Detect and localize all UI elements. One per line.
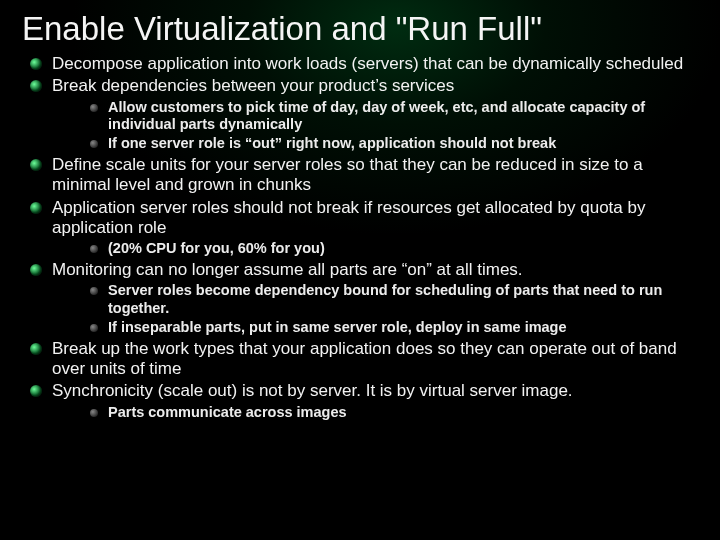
slide-title: Enable Virtualization and "Run Full": [22, 10, 698, 48]
sub-bullet-item: If one server role is “out” right now, a…: [90, 135, 698, 153]
sub-bullet-item: Allow customers to pick time of day, day…: [90, 99, 698, 134]
sub-bullet-item: Server roles become dependency bound for…: [90, 282, 698, 317]
bullet-item: Monitoring can no longer assume all part…: [30, 260, 698, 336]
bullet-text: Application server roles should not brea…: [52, 198, 645, 237]
bullet-text: Break dependencies between your product’…: [52, 76, 454, 95]
sub-bullet-list: Allow customers to pick time of day, day…: [52, 99, 698, 153]
bullet-item: Synchronicity (scale out) is not by serv…: [30, 381, 698, 421]
sub-bullet-list: (20% CPU for you, 60% for you): [52, 240, 698, 258]
sub-bullet-item: (20% CPU for you, 60% for you): [90, 240, 698, 258]
bullet-text: Synchronicity (scale out) is not by serv…: [52, 381, 573, 400]
bullet-item: Application server roles should not brea…: [30, 198, 698, 258]
bullet-item: Break up the work types that your applic…: [30, 339, 698, 380]
bullet-list: Decompose application into work loads (s…: [22, 54, 698, 421]
sub-bullet-item: Parts communicate across images: [90, 404, 698, 422]
bullet-item: Decompose application into work loads (s…: [30, 54, 698, 74]
sub-bullet-list: Server roles become dependency bound for…: [52, 282, 698, 336]
bullet-item: Break dependencies between your product’…: [30, 76, 698, 152]
sub-bullet-list: Parts communicate across images: [52, 404, 698, 422]
bullet-text: Monitoring can no longer assume all part…: [52, 260, 523, 279]
sub-bullet-item: If inseparable parts, put in same server…: [90, 319, 698, 337]
slide: Enable Virtualization and "Run Full" Dec…: [0, 0, 720, 540]
bullet-item: Define scale units for your server roles…: [30, 155, 698, 196]
